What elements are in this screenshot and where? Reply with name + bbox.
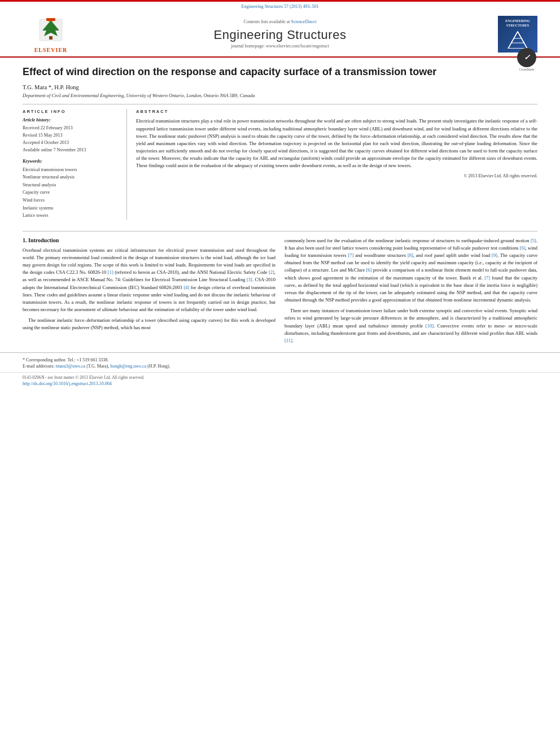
cite-1[interactable]: [1] (108, 269, 113, 275)
svg-rect-2 (49, 36, 53, 40)
crossmark-icon: ✓ (524, 53, 530, 62)
badge-tower-icon (505, 29, 531, 49)
crossmark-container: ✓ CrossMark (517, 48, 536, 71)
body-right-text: commonly been used for the evaluation of… (285, 237, 537, 344)
keyword-4: Capacity curve (23, 189, 121, 196)
badge-text: ENGINEERINGSTRUCTURES (505, 19, 530, 28)
cite-6[interactable]: [6] (520, 245, 526, 251)
footer-doi[interactable]: http://dx.doi.org/10.1016/j.engstruct.20… (23, 381, 537, 386)
cite-5[interactable]: [5] (531, 238, 536, 243)
available-date: Available online 7 November 2013 (23, 147, 121, 154)
journal-center: Contents lists available at ScienceDirec… (79, 19, 481, 49)
body-left-col: 1. Introduction Overhead electrical tran… (23, 237, 275, 348)
svg-marker-5 (508, 32, 527, 49)
keyword-5: Wind forces (23, 196, 121, 204)
crossmark-circle: ✓ (517, 48, 536, 67)
intro-section-title: 1. Introduction (23, 237, 275, 243)
right-para-2: There are many instances of transmission… (285, 307, 537, 344)
footer-issn: 0141-0296/$ - see front matter © 2013 El… (23, 375, 537, 380)
elsevier-logo: ELSEVIER (23, 15, 79, 53)
corresponding-author-note: * Corresponding author. Tel.: +1 519 661… (23, 357, 537, 362)
email1-link[interactable]: tmara3@uwo.ca (56, 364, 85, 369)
email-footnote: E-mail addresses: tmara3@uwo.ca (T.G. Ma… (23, 364, 537, 369)
cite-3[interactable]: [3] (247, 277, 252, 282)
email1-name: (T.G. Mara), (86, 364, 109, 369)
received-date: Received 22 February 2013 (23, 125, 121, 132)
crossmark-label: CrossMark (519, 68, 535, 71)
divider-1 (23, 104, 537, 104)
keyword-1: Electrical transmission towers (23, 166, 121, 174)
copyright: © 2013 Elsevier Ltd. All rights reserved… (136, 173, 537, 178)
title-row: Effect of wind direction on the response… (23, 65, 537, 84)
keyword-6: Inelastic systems (23, 204, 121, 212)
journal-homepage: journal homepage: www.elsevier.com/locat… (231, 43, 329, 49)
footnote-section: * Corresponding author. Tel.: +1 519 661… (0, 352, 560, 372)
article-info-label: ARTICLE INFO (23, 109, 121, 114)
doi-header: Engineering Structures 57 (2013) 493–501 (0, 2, 560, 10)
abstract-label: ABSTRACT (136, 109, 537, 114)
intro-body-text: Overhead electrical transmission systems… (23, 247, 275, 332)
history-label: Article history: (23, 117, 121, 123)
keyword-7: Lattice towers (23, 212, 121, 220)
cite-4[interactable]: [4] (183, 285, 189, 290)
right-para-1: commonly been used for the evaluation of… (285, 237, 537, 304)
svg-line-12 (518, 32, 524, 43)
article-info-abstract: ARTICLE INFO Article history: Received 2… (23, 109, 537, 219)
title-area: Effect of wind direction on the response… (23, 65, 516, 84)
email2-name: (H.P. Hong). (147, 364, 170, 369)
cite-2[interactable]: [2] (269, 269, 274, 275)
cite-7[interactable]: [7] (348, 252, 354, 258)
body-content: 1. Introduction Overhead electrical tran… (0, 237, 560, 348)
abstract-text: Electrical transmission structures play … (136, 117, 537, 169)
journal-header-main: ELSEVIER Contents lists available at Sci… (23, 15, 537, 53)
accepted-date: Accepted 4 October 2013 (23, 139, 121, 147)
abstract-col: ABSTRACT Electrical transmission structu… (136, 109, 537, 219)
keyword-3: Structural analysis (23, 181, 121, 189)
page: Engineering Structures 57 (2013) 493–501… (0, 0, 560, 747)
journal-logo-right: ENGINEERINGSTRUCTURES (481, 16, 537, 53)
article-title: Effect of wind direction on the response… (23, 65, 516, 78)
doi-text: Engineering Structures 57 (2013) 493–501 (242, 4, 319, 9)
footer-bar: 0141-0296/$ - see front matter © 2013 El… (0, 372, 560, 388)
cite-11[interactable]: [11] (285, 338, 292, 343)
engineering-structures-badge: ENGINEERINGSTRUCTURES (498, 16, 537, 53)
elsevier-tree-icon (34, 15, 68, 46)
cite-10[interactable]: [10] (426, 323, 434, 329)
revised-date: Revised 15 May 2013 (23, 132, 121, 139)
cite-9[interactable]: [9] (492, 252, 497, 258)
elsevier-wordmark: ELSEVIER (34, 47, 68, 53)
email-label: E-mail addresses: (23, 364, 55, 369)
intro-para-2: The nonlinear inelastic force–deformatio… (23, 317, 275, 331)
affiliation: Department of Civil and Environmental En… (23, 93, 537, 98)
authors: T.G. Mara *, H.P. Hong (23, 84, 537, 90)
cite-7b[interactable]: [7] (484, 275, 490, 281)
keyword-2: Nonlinear structural analysis (23, 173, 121, 181)
crossmark-badge: ✓ CrossMark (516, 49, 537, 70)
article-content: Effect of wind direction on the response… (0, 58, 560, 228)
body-right-col: commonly been used for the evaluation of… (285, 237, 537, 348)
svg-line-11 (511, 32, 518, 43)
journal-title: Engineering Structures (214, 28, 347, 42)
email2-link[interactable]: hongh@eng.uwo.ca (110, 364, 146, 369)
intro-para-1: Overhead electrical transmission systems… (23, 247, 275, 314)
cite-8[interactable]: [8] (408, 252, 413, 258)
divider-2 (23, 231, 537, 231)
svg-rect-4 (46, 18, 55, 21)
cite-6b[interactable]: [6] (366, 267, 372, 273)
sciencedirect-link[interactable]: ScienceDirect (291, 19, 317, 24)
keywords-label: Keywords: (23, 159, 121, 164)
article-info-col: ARTICLE INFO Article history: Received 2… (23, 109, 127, 219)
contents-line: Contents lists available at ScienceDirec… (244, 19, 317, 24)
journal-header: ELSEVIER Contents lists available at Sci… (0, 10, 560, 58)
